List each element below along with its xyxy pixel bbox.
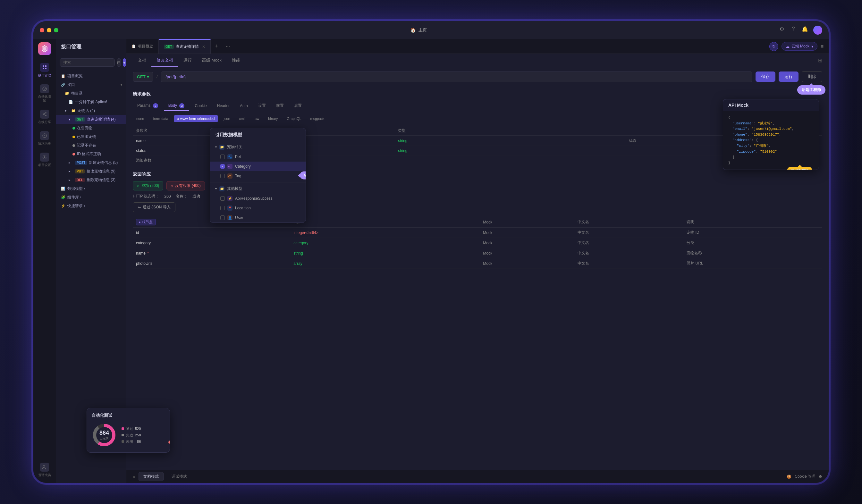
tree-item-post-pet[interactable]: ▸ POST 新建宠物信息 (5) <box>56 158 126 167</box>
tree-item-components[interactable]: 🧩 组件库 › <box>56 193 126 202</box>
automation-panel: 自动化测试 864 已完成 <box>87 408 170 453</box>
param-tab-settings[interactable]: 设置 <box>254 101 270 111</box>
user-checkbox[interactable] <box>220 215 225 220</box>
category-checkbox[interactable]: ✓ <box>220 164 225 169</box>
param-tab-params[interactable]: Params 2 <box>133 101 162 111</box>
tab-advanced-mock[interactable]: 高级 Mock <box>197 54 227 67</box>
tab-performance[interactable]: 性能 <box>227 54 245 67</box>
url-input[interactable] <box>161 71 752 82</box>
tree-item-data-model[interactable]: 📊 数据模型 › <box>56 184 126 193</box>
tag-checkbox[interactable] <box>220 174 225 178</box>
format-xml[interactable]: xml <box>236 115 248 122</box>
format-raw[interactable]: raw <box>250 115 263 122</box>
tree-item-petshop[interactable]: ▾ 📁 宠物店 (4) <box>56 106 126 115</box>
tab-edit-docs[interactable]: 修改文档 <box>151 54 178 67</box>
tab-run[interactable]: 运行 <box>178 54 197 67</box>
tree-item-root[interactable]: 📁 根目录 <box>56 89 126 98</box>
tree-item-apifox[interactable]: 📄 一分钟了解 Apifox! <box>56 98 126 106</box>
format-msgpack[interactable]: msgpack <box>307 115 328 122</box>
sidebar-item-automation[interactable]: 自动化测试 <box>36 82 54 105</box>
model-section-other[interactable]: ▾ 📁 其他模型 <box>210 184 305 194</box>
sidebar-item-invite[interactable]: 邀请成员 <box>36 460 54 480</box>
tree-item-put-pet[interactable]: ▸ PUT 修改宠物信息 (9) <box>56 167 126 176</box>
api-mock-panel: API Mock { "username": "戴永铭", "email": "… <box>723 99 819 170</box>
model-item-location[interactable]: 📍 LocaItion <box>210 203 305 213</box>
resp-tab-success[interactable]: ◇ 成功 (200) <box>133 181 163 190</box>
nav-header: 接口管理 <box>56 39 126 55</box>
tree-item-not-found[interactable]: 记录不存在 <box>56 141 126 150</box>
tree-item-query-pet[interactable]: ▾ GET 查询宠物详情 (4) <box>56 115 126 124</box>
param-tab-auth[interactable]: Auth <box>235 102 252 110</box>
sidebar-item-share[interactable]: 在线分享 <box>36 107 54 127</box>
format-urlencoded[interactable]: x-www-form-urlencoded <box>174 115 218 122</box>
model-section-pets[interactable]: ▾ 📁 宠物相关 <box>210 142 305 152</box>
notification-icon[interactable]: 🔔 <box>802 26 808 32</box>
import-json-button[interactable]: ↪ 通过 JSON 导入 <box>133 202 175 212</box>
svg-point-6 <box>43 114 44 115</box>
avatar[interactable] <box>813 26 822 35</box>
debug-mode-button[interactable]: 调试模式 <box>167 472 192 481</box>
method-select[interactable]: GET ▾ <box>133 72 153 82</box>
param-tab-cookie[interactable]: Cookie <box>190 102 211 110</box>
param-tab-body[interactable]: Body 2 <box>164 101 189 111</box>
tab-query-pet[interactable]: GET 查询宠物详情 ✕ <box>159 39 211 54</box>
tab-label-query: 查询宠物详情 <box>176 44 199 49</box>
maximize-button[interactable] <box>54 28 58 32</box>
tree-item-quick-req[interactable]: ⚡ 快捷请求 › <box>56 202 126 210</box>
save-button[interactable]: 保存 <box>756 71 775 82</box>
tree-item-overview[interactable]: 📋 项目概览 <box>56 72 126 80</box>
tree-item-sold[interactable]: 已售出宠物 <box>56 132 126 141</box>
tree-label: 项目概览 <box>67 74 122 79</box>
tree-item-interface[interactable]: 🔗 接口 ▾ <box>56 80 126 89</box>
menu-icon[interactable]: ≡ <box>821 44 824 49</box>
param-tab-post[interactable]: 后置 <box>290 101 306 111</box>
tree-item-bad-id[interactable]: ID 格式不正确 <box>56 150 126 158</box>
resp-cn-category: 中文名 <box>574 238 683 248</box>
sidebar-label-history: 请求历史 <box>38 142 51 146</box>
delete-button[interactable]: 删除 <box>802 71 822 82</box>
location-checkbox[interactable] <box>220 206 225 210</box>
tab-more-button[interactable]: ··· <box>222 41 234 52</box>
format-graphql[interactable]: GraphQL <box>283 115 305 122</box>
param-tab-pre[interactable]: 前置 <box>272 101 288 111</box>
tab-add-button[interactable]: + <box>211 41 222 52</box>
filter-button[interactable]: ⊟ <box>117 58 121 67</box>
run-button[interactable]: 运行 <box>779 71 798 82</box>
pet-checkbox[interactable] <box>220 155 225 159</box>
search-input[interactable] <box>60 58 115 67</box>
cookie-icon: 🍪 <box>787 475 792 479</box>
param-tab-header[interactable]: Header <box>213 102 234 110</box>
import-icon: ↪ <box>138 205 141 210</box>
minimize-button[interactable] <box>47 28 51 32</box>
help-icon[interactable]: ? <box>790 26 797 32</box>
model-item-tag[interactable]: 🏷 Tag <box>210 171 305 181</box>
tree-item-del-pet[interactable]: ▸ DEL 删除宠物信息 (3) <box>56 176 126 184</box>
collapse-icon[interactable]: « <box>133 474 135 479</box>
split-view-icon[interactable]: ⊞ <box>818 57 822 64</box>
resp-cn-name: 中文名 <box>574 248 683 258</box>
apiresponse-checkbox[interactable] <box>220 196 225 201</box>
sidebar-item-interface[interactable]: 接口管理 <box>36 60 54 80</box>
tree-label: 数据模型 › <box>67 186 122 191</box>
sidebar-item-settings[interactable]: 项目设置 <box>36 150 54 170</box>
format-form-data[interactable]: form-data <box>149 115 172 122</box>
tab-overview[interactable]: 📋 项目概览 <box>126 39 159 54</box>
cloud-mock-button[interactable]: ☁ 云端 Mock ▾ <box>782 42 818 51</box>
doc-mode-button[interactable]: 文档模式 <box>139 472 164 481</box>
add-button[interactable]: + <box>123 58 126 67</box>
tab-docs[interactable]: 文档 <box>133 54 151 67</box>
format-json[interactable]: json <box>220 115 233 122</box>
sidebar-item-history[interactable]: 请求历史 <box>36 129 54 148</box>
close-button[interactable] <box>40 28 44 32</box>
tree-item-on-sale[interactable]: 在售宠物 <box>56 124 126 132</box>
tab-perf-label: 性能 <box>232 57 240 63</box>
format-none[interactable]: none <box>133 115 147 122</box>
model-item-pet[interactable]: 🐾 Pet <box>210 152 305 162</box>
bottom-bar-right: 🍪 Cookie 管理 ⚙ <box>787 474 822 479</box>
model-item-apiresponse[interactable]: ⚡ ApiResponseSuccess <box>210 194 305 203</box>
format-binary[interactable]: binary <box>264 115 281 122</box>
model-item-user[interactable]: 👤 User <box>210 213 305 223</box>
resp-tab-error[interactable]: ◇ 没有权限 (400) <box>167 181 205 190</box>
model-item-category[interactable]: ✓ 🏷 Category <box>210 162 305 171</box>
settings-icon[interactable]: ⚙ <box>779 26 785 32</box>
